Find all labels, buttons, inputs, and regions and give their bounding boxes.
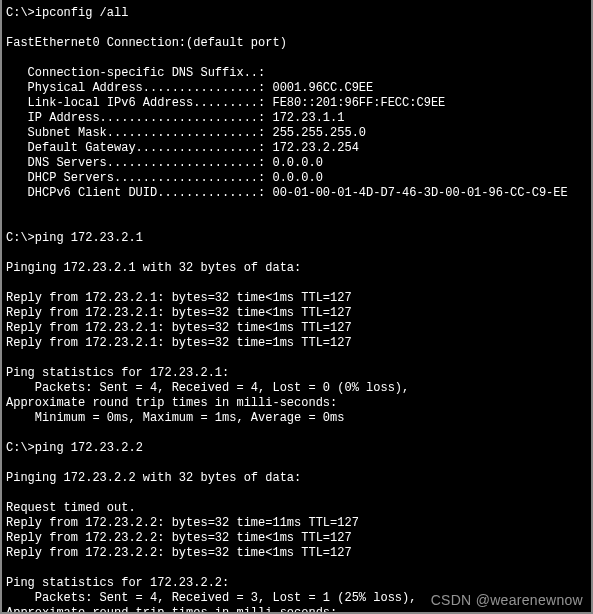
ping-reply: Reply from 172.23.2.1: bytes=32 time<1ms…: [6, 321, 352, 335]
mask-value: 255.255.255.0: [272, 126, 366, 140]
ping-reply: Reply from 172.23.2.2: bytes=32 time<1ms…: [6, 546, 352, 560]
duid-value: 00-01-00-01-4D-D7-46-3D-00-01-96-CC-C9-E…: [272, 186, 567, 200]
ping-timeout: Request timed out.: [6, 501, 136, 515]
ping-reply: Reply from 172.23.2.1: bytes=32 time<1ms…: [6, 306, 352, 320]
ping-approx: Approximate round trip times in milli-se…: [6, 606, 337, 614]
command-prompt-terminal[interactable]: C:\>ipconfig /all FastEthernet0 Connecti…: [0, 0, 593, 614]
dns-label: DNS Servers.....................:: [6, 156, 272, 170]
mask-label: Subnet Mask.....................:: [6, 126, 272, 140]
ping-reply: Reply from 172.23.2.1: bytes=32 time=1ms…: [6, 336, 352, 350]
ping-packets: Packets: Sent = 4, Received = 3, Lost = …: [6, 591, 416, 605]
ping-packets: Packets: Sent = 4, Received = 4, Lost = …: [6, 381, 409, 395]
phys-addr-label: Physical Address................:: [6, 81, 272, 95]
ll-ipv6-value: FE80::201:96FF:FECC:C9EE: [272, 96, 445, 110]
command-input: ipconfig /all: [35, 6, 129, 20]
prompt: C:\>: [6, 441, 35, 455]
command-input: ping 172.23.2.2: [35, 441, 143, 455]
ping-reply: Reply from 172.23.2.2: bytes=32 time<1ms…: [6, 531, 352, 545]
interface-header: FastEthernet0 Connection:(default port): [6, 36, 287, 50]
ping-approx: Approximate round trip times in milli-se…: [6, 396, 337, 410]
ping-times: Minimum = 0ms, Maximum = 1ms, Average = …: [6, 411, 344, 425]
ping-reply: Reply from 172.23.2.2: bytes=32 time=11m…: [6, 516, 359, 530]
ping-stats-header: Ping statistics for 172.23.2.1:: [6, 366, 229, 380]
gw-label: Default Gateway.................:: [6, 141, 272, 155]
duid-label: DHCPv6 Client DUID..............:: [6, 186, 272, 200]
prompt: C:\>: [6, 6, 35, 20]
ping-header: Pinging 172.23.2.1 with 32 bytes of data…: [6, 261, 301, 275]
dhcp-label: DHCP Servers....................:: [6, 171, 272, 185]
ip-label: IP Address......................:: [6, 111, 272, 125]
phys-addr-value: 0001.96CC.C9EE: [272, 81, 373, 95]
command-input: ping 172.23.2.1: [35, 231, 143, 245]
ip-value: 172.23.1.1: [272, 111, 344, 125]
gw-value: 172.23.2.254: [272, 141, 358, 155]
ll-ipv6-label: Link-local IPv6 Address.........:: [6, 96, 272, 110]
ping-header: Pinging 172.23.2.2 with 32 bytes of data…: [6, 471, 301, 485]
dns-suffix-line: Connection-specific DNS Suffix..:: [6, 66, 265, 80]
ping-stats-header: Ping statistics for 172.23.2.2:: [6, 576, 229, 590]
dns-value: 0.0.0.0: [272, 156, 322, 170]
dhcp-value: 0.0.0.0: [272, 171, 322, 185]
ping-reply: Reply from 172.23.2.1: bytes=32 time<1ms…: [6, 291, 352, 305]
prompt: C:\>: [6, 231, 35, 245]
